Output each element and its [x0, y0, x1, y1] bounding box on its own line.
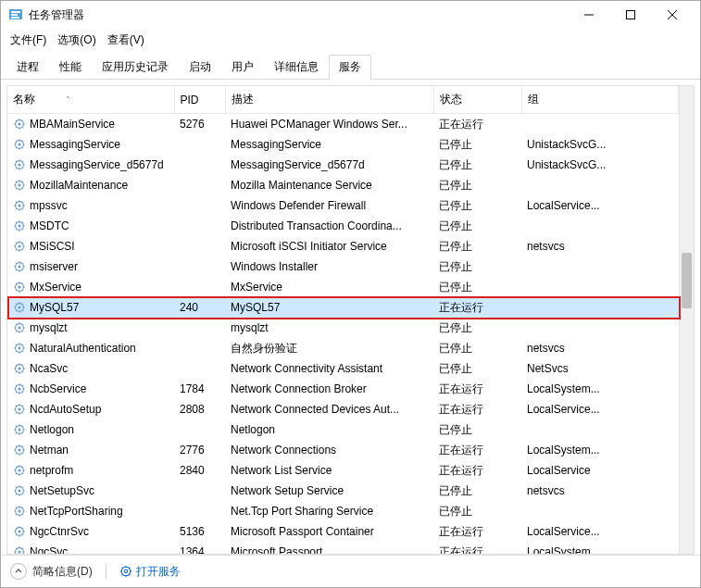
service-gear-icon [13, 240, 26, 253]
service-group: UnistackSvcG... [521, 155, 679, 175]
service-pid [174, 256, 225, 277]
svg-point-59 [18, 224, 20, 227]
col-header-desc[interactable]: 描述 [225, 86, 433, 114]
service-desc: Network Connected Devices Aut... [225, 399, 433, 419]
table-row[interactable]: NgcSvc1364Microsoft Passport正在运行LocalSys… [7, 542, 679, 554]
service-gear-icon [13, 199, 26, 212]
service-pid: 2840 [174, 460, 225, 481]
svg-point-159 [18, 428, 20, 431]
minimize-button[interactable] [568, 1, 609, 29]
service-name: netprofm [30, 464, 73, 477]
table-row[interactable]: MessagingService_d5677dMessagingService_… [7, 155, 679, 175]
table-row[interactable]: Netman2776Network Connections正在运行LocalSy… [7, 440, 679, 460]
service-desc: Microsoft Passport Container [225, 521, 433, 542]
svg-point-179 [18, 469, 20, 471]
tab-startup[interactable]: 启动 [179, 55, 221, 80]
table-row[interactable]: MSiSCSIMicrosoft iSCSI Initiator Service… [7, 236, 679, 256]
service-gear-icon [13, 382, 26, 395]
service-pid: 240 [174, 297, 225, 318]
table-row[interactable]: NetlogonNetlogon已停止 [7, 419, 679, 440]
table-row[interactable]: NetTcpPortSharingNet.Tcp Port Sharing Se… [7, 501, 679, 521]
menu-view[interactable]: 查看(V) [107, 32, 144, 48]
table-row[interactable]: NcdAutoSetup2808Network Connected Device… [7, 399, 679, 419]
service-group: LocalSystem... [521, 440, 679, 460]
table-row[interactable]: MessagingServiceMessagingService已停止Unist… [7, 134, 679, 155]
vertical-scrollbar[interactable] [679, 86, 694, 554]
service-name: NcaSvc [30, 362, 68, 375]
service-desc: Windows Installer [225, 256, 433, 277]
service-group: LocalService... [521, 399, 679, 419]
table-row[interactable]: netprofm2840Network List Service正在运行Loca… [7, 460, 679, 481]
open-services-link[interactable]: 打开服务 [119, 564, 181, 580]
tab-performance[interactable]: 性能 [49, 55, 92, 80]
service-desc: Network List Service [225, 460, 433, 481]
svg-rect-1 [11, 11, 20, 13]
service-desc: Network Connectivity Assistant [225, 358, 433, 379]
col-header-name-label: 名称 [13, 93, 35, 106]
scrollbar-thumb[interactable] [682, 253, 692, 308]
table-area: 名称 ˄ PID 描述 状态 组 MBAMainService5276Huawe… [1, 80, 700, 555]
service-pid [174, 195, 225, 216]
service-name: mpssvc [30, 199, 68, 212]
service-desc: Mozilla Maintenance Service [225, 175, 433, 195]
table-row[interactable]: NgcCtnrSvc5136Microsoft Passport Contain… [7, 521, 679, 542]
service-desc: Windows Defender Firewall [225, 195, 433, 216]
service-group: netsvcs [521, 236, 679, 256]
col-header-pid[interactable]: PID [174, 86, 225, 114]
tab-services[interactable]: 服务 [329, 55, 371, 80]
fewer-details-label[interactable]: 简略信息(D) [32, 564, 93, 580]
table-row[interactable]: MozillaMaintenanceMozilla Maintenance Se… [7, 175, 679, 195]
service-desc: Distributed Transaction Coordina... [225, 216, 433, 236]
svg-point-209 [18, 530, 20, 532]
col-header-state[interactable]: 状态 [433, 86, 521, 114]
service-state: 正在运行 [433, 440, 521, 460]
svg-rect-3 [11, 17, 19, 19]
tab-users[interactable]: 用户 [221, 55, 264, 80]
close-button[interactable] [651, 1, 693, 29]
svg-line-256 [121, 574, 122, 575]
menu-options[interactable]: 选项(O) [57, 32, 95, 48]
col-header-group[interactable]: 组 [521, 86, 679, 114]
table-row[interactable]: mpssvcWindows Defender Firewall已停止LocalS… [7, 195, 679, 216]
table-row[interactable]: MySQL57240MySQL57正在运行 [7, 297, 679, 318]
service-state: 已停止 [433, 216, 521, 236]
tab-app-history[interactable]: 应用历史记录 [92, 55, 179, 80]
service-gear-icon [13, 301, 26, 314]
maximize-button[interactable] [609, 1, 651, 29]
svg-point-29 [18, 163, 20, 166]
svg-point-139 [18, 387, 20, 390]
service-name: Netman [30, 444, 69, 457]
table-row[interactable]: MxServiceMxService已停止 [7, 277, 679, 297]
service-state: 已停止 [433, 358, 521, 379]
svg-point-149 [18, 407, 20, 410]
service-desc: MySQL57 [225, 297, 433, 318]
menu-file[interactable]: 文件(F) [10, 32, 46, 48]
svg-point-49 [18, 204, 20, 206]
col-header-name[interactable]: 名称 ˄ [7, 86, 174, 114]
service-state: 已停止 [433, 195, 521, 216]
table-row[interactable]: NcaSvcNetwork Connectivity Assistant已停止N… [7, 358, 679, 379]
service-pid: 5136 [174, 521, 225, 542]
table-row[interactable]: NetSetupSvcNetwork Setup Service已停止netsv… [7, 481, 679, 501]
service-state: 已停止 [433, 419, 521, 440]
service-gear-icon [13, 118, 26, 131]
service-state: 已停止 [433, 236, 521, 256]
service-name: NetSetupSvc [30, 484, 94, 497]
table-row[interactable]: msiserverWindows Installer已停止 [7, 256, 679, 277]
service-gear-icon [13, 281, 26, 294]
table-row[interactable]: NcbService1784Network Connection Broker正… [7, 379, 679, 399]
service-name: msiserver [30, 260, 78, 273]
table-row[interactable]: MSDTCDistributed Transaction Coordina...… [7, 216, 679, 236]
table-row[interactable]: MBAMainService5276Huawei PCManager Windo… [7, 114, 679, 135]
svg-point-69 [18, 244, 20, 247]
fewer-details-toggle[interactable] [10, 563, 27, 580]
service-group [521, 216, 679, 236]
table-row[interactable]: mysqlztmysqlzt已停止 [7, 318, 679, 338]
svg-line-254 [121, 568, 122, 569]
table-row[interactable]: NaturalAuthentication自然身份验证已停止netsvcs [7, 338, 679, 358]
service-name: MessagingService_d5677d [30, 158, 164, 171]
tab-processes[interactable]: 进程 [6, 55, 49, 80]
service-state: 已停止 [433, 175, 521, 195]
tab-details[interactable]: 详细信息 [264, 55, 329, 80]
service-gear-icon [13, 179, 26, 192]
